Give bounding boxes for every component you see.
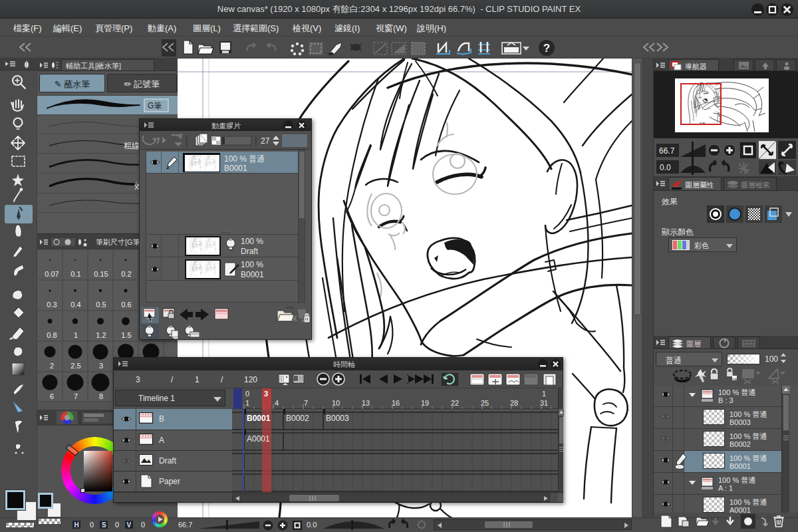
svg-text:0.3: 0.3 [47, 301, 57, 309]
svg-text:2.5: 2.5 [70, 362, 80, 370]
svg-text:/: / [171, 375, 174, 384]
svg-text:A0001: A0001 [247, 434, 270, 444]
svg-text:2: 2 [50, 362, 54, 370]
svg-text:27: 27 [261, 136, 270, 146]
svg-text:H: H [74, 521, 79, 529]
svg-text:G筆: G筆 [148, 101, 162, 110]
svg-text:0.07: 0.07 [45, 270, 59, 278]
svg-text:0: 0 [115, 521, 119, 529]
svg-text:1.5: 1.5 [121, 331, 131, 339]
svg-text:66.7: 66.7 [659, 146, 675, 156]
svg-text:B0003: B0003 [326, 414, 349, 423]
svg-text:120: 120 [244, 375, 257, 384]
svg-text:0.8: 0.8 [47, 331, 57, 339]
svg-text:0.0: 0.0 [660, 163, 671, 172]
svg-text:/: / [221, 375, 223, 384]
svg-text:0.1: 0.1 [70, 270, 80, 278]
svg-text:粗線: 粗線 [124, 141, 140, 150]
svg-text:0: 0 [141, 521, 145, 529]
svg-text:6: 6 [50, 392, 54, 400]
svg-text:1.2: 1.2 [96, 331, 106, 339]
svg-text:V: V [127, 521, 132, 529]
svg-text:1: 1 [195, 375, 200, 384]
svg-text:?: ? [543, 42, 550, 55]
svg-text:0.2: 0.2 [121, 270, 131, 278]
svg-text:0: 0 [90, 521, 94, 529]
svg-text:3: 3 [99, 362, 103, 370]
svg-text:B0002: B0002 [286, 414, 309, 423]
svg-text:1: 1 [74, 331, 78, 339]
svg-text:S: S [102, 521, 106, 529]
svg-text:0.6: 0.6 [121, 301, 131, 309]
svg-text:8: 8 [99, 392, 103, 400]
svg-text:3: 3 [136, 375, 140, 384]
svg-text:0.15: 0.15 [94, 270, 108, 278]
svg-text:0.4: 0.4 [70, 301, 80, 309]
svg-text:7: 7 [74, 392, 78, 400]
svg-text:0.5: 0.5 [96, 301, 106, 309]
svg-text:B0001: B0001 [247, 414, 271, 423]
